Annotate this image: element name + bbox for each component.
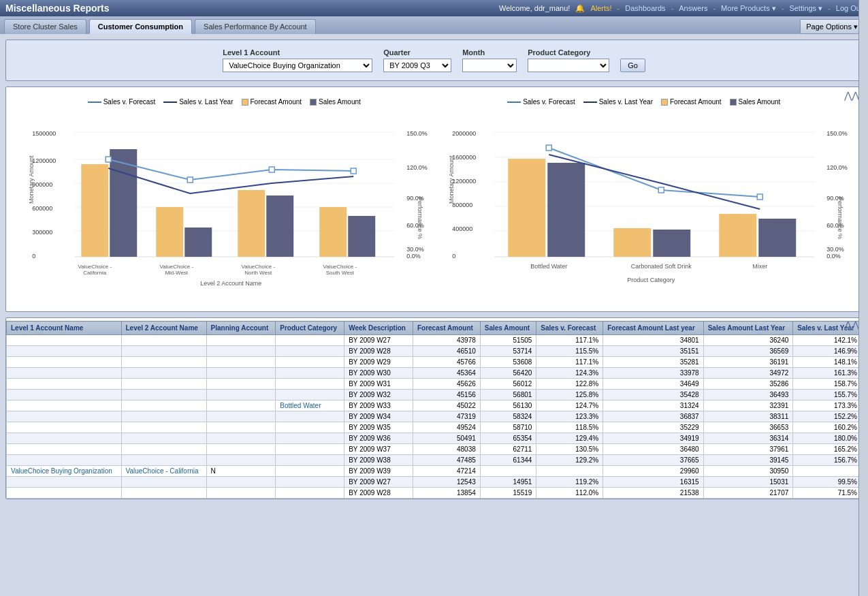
nav-more-products[interactable]: More Products ▾ xyxy=(721,4,776,13)
chart1-legend: Sales v. Forecast Sales v. Last Year For… xyxy=(17,98,432,106)
go-button[interactable]: Go xyxy=(620,59,645,72)
table-row: BY 2009 W281385415519112.0%215382170771.… xyxy=(7,488,862,499)
svg-text:Mid-West: Mid-West xyxy=(165,270,188,276)
month-select[interactable] xyxy=(462,59,517,72)
table-row: BY 2009 W294576653608117.1%3528136191148… xyxy=(7,357,862,368)
chart1: Sales v. Forecast Sales v. Last Year For… xyxy=(17,98,432,300)
table-row: BY 2009 W374803862711130.5%3648037961165… xyxy=(7,444,862,455)
chart2: Sales v. Forecast Sales v. Last Year For… xyxy=(437,98,852,300)
svg-rect-27 xyxy=(348,216,375,257)
svg-rect-29 xyxy=(187,177,193,183)
legend-svly: Sales v. Last Year xyxy=(163,98,233,106)
table-row: BY 2009 W324515656801125.8%3542836493155… xyxy=(7,390,862,401)
svg-text:30.0%: 30.0% xyxy=(826,246,844,253)
svg-rect-61 xyxy=(508,159,545,257)
product-category-label: Product Category xyxy=(528,48,609,57)
svg-rect-25 xyxy=(266,195,293,257)
svg-text:ValueChoice -: ValueChoice - xyxy=(159,264,193,270)
product-category-filter: Product Category xyxy=(528,48,609,72)
svg-text:1600000: 1600000 xyxy=(452,154,476,161)
nav-dashboards[interactable]: Dashboards xyxy=(625,4,665,12)
table-row: BY 2009 W365049165354129.4%3491936314180… xyxy=(7,433,862,444)
table-collapse-icon[interactable]: ⋀⋀ xyxy=(844,319,859,330)
product-category-select[interactable] xyxy=(528,59,609,72)
svg-text:0.0%: 0.0% xyxy=(826,253,841,260)
svg-rect-66 xyxy=(758,219,796,257)
tab-sales-performance[interactable]: Sales Performance By Account xyxy=(195,19,316,34)
table-row: Bottled WaterBY 2009 W334502256130124.7%… xyxy=(7,401,862,411)
tab-store-cluster-sales[interactable]: Store Cluster Sales xyxy=(4,19,86,34)
svg-rect-67 xyxy=(546,145,551,151)
table-row: BY 2009 W354952458710118.5%3522936653160… xyxy=(7,422,862,433)
col-sales: Sales Amount xyxy=(480,321,536,335)
page-options-button[interactable]: Page Options ▾ xyxy=(800,19,864,34)
svg-text:Level 2 Account Name: Level 2 Account Name xyxy=(200,280,261,287)
charts-row: Sales v. Forecast Sales v. Last Year For… xyxy=(12,93,856,306)
svg-rect-62 xyxy=(547,163,585,257)
svg-text:North West: North West xyxy=(244,270,272,276)
tab-customer-consumption[interactable]: Customer Consumption xyxy=(89,19,192,34)
table-row: BY 2009 W304536456420124.3%3397834972161… xyxy=(7,368,862,379)
quarter-select[interactable]: BY 2009 Q3 xyxy=(383,59,451,72)
chart2-svg: 2000000 1600000 1200000 800000 400000 0 … xyxy=(437,108,852,299)
svg-text:ValueChoice -: ValueChoice - xyxy=(241,264,275,270)
header-nav: Welcome, ddr_manu! 🔔 Alerts! - Dashboard… xyxy=(499,4,863,13)
nav-answers[interactable]: Answers xyxy=(679,4,707,12)
svg-text:400000: 400000 xyxy=(452,225,472,232)
svg-text:ValueChoice -: ValueChoice - xyxy=(78,264,112,270)
svg-text:120.0%: 120.0% xyxy=(406,164,428,171)
svg-text:150.0%: 150.0% xyxy=(406,130,428,137)
col-week: Week Description xyxy=(344,321,413,335)
svg-text:Mixer: Mixer xyxy=(752,263,767,270)
svg-text:Monetary Amount: Monetary Amount xyxy=(28,155,35,204)
chart-collapse-icon[interactable]: ⋀⋀ xyxy=(844,90,859,101)
svg-text:California: California xyxy=(83,270,106,276)
filter-row: Level 1 Account ValueChoice Buying Organ… xyxy=(14,48,854,72)
chart2-legend: Sales v. Forecast Sales v. Last Year For… xyxy=(437,98,852,106)
svg-rect-31 xyxy=(351,168,356,174)
month-label: Month xyxy=(462,48,517,57)
page-title: Miscellaneous Reports xyxy=(5,3,110,14)
col-product-cat: Product Category xyxy=(276,321,344,335)
legend2-sales: Sales Amount xyxy=(730,98,781,106)
nav-alerts[interactable]: Alerts! xyxy=(590,4,611,12)
table-row: BY 2009 W384748561344129.2%3766539145156… xyxy=(7,455,862,466)
legend2-svly: Sales v. Last Year xyxy=(583,98,653,106)
svg-rect-23 xyxy=(184,228,212,257)
col-l1-account: Level 1 Account Name xyxy=(7,321,122,335)
svg-text:0.0%: 0.0% xyxy=(406,253,421,260)
svg-text:600000: 600000 xyxy=(32,205,52,212)
nav-settings[interactable]: Settings ▾ xyxy=(789,4,822,13)
scrollbar[interactable] xyxy=(858,0,868,505)
table-section: ⋀⋀ Level 1 Account Name Level 2 Account … xyxy=(5,317,863,499)
svg-text:South West: South West xyxy=(326,270,355,276)
svg-rect-24 xyxy=(238,190,265,257)
svg-rect-64 xyxy=(653,230,690,257)
svg-text:Performance %: Performance % xyxy=(417,197,423,239)
svg-rect-20 xyxy=(81,164,108,257)
alerts-icon: 🔔 xyxy=(575,4,585,13)
level1-select[interactable]: ValueChoice Buying Organization xyxy=(223,59,372,72)
table-row: BY 2009 W271254314951119.2%163151503199.… xyxy=(7,477,862,488)
svg-rect-65 xyxy=(719,214,756,257)
col-saly: Sales Amount Last Year xyxy=(703,321,793,335)
svg-text:Bottled Water: Bottled Water xyxy=(530,263,567,270)
header: Miscellaneous Reports Welcome, ddr_manu!… xyxy=(0,0,868,16)
table-row: BY 2009 W314562656012122.8%3464935286158… xyxy=(7,379,862,390)
col-svf: Sales v. Forecast xyxy=(536,321,603,335)
svg-text:Carbonated Soft Drink: Carbonated Soft Drink xyxy=(630,263,692,270)
svg-text:300000: 300000 xyxy=(32,229,52,236)
svg-text:800000: 800000 xyxy=(452,202,472,208)
table-section-header: ⋀⋀ xyxy=(6,318,862,321)
table-row: ValueChoice Buying OrganizationValueChoi… xyxy=(7,466,862,477)
chart1-svg: 1500000 1200000 900000 600000 300000 0 M… xyxy=(17,108,432,299)
legend-svf: Sales v. Forecast xyxy=(88,98,156,106)
svg-text:1500000: 1500000 xyxy=(32,130,56,137)
quarter-label: Quarter xyxy=(383,48,451,57)
legend2-forecast: Forecast Amount xyxy=(661,98,722,106)
col-faly: Forecast Amount Last year xyxy=(603,321,703,335)
svg-text:ValueChoice -: ValueChoice - xyxy=(323,264,357,270)
chart-section: ⋀⋀ Sales v. Forecast Sales v. Last Year … xyxy=(5,87,863,312)
svg-rect-30 xyxy=(269,167,274,172)
svg-text:2000000: 2000000 xyxy=(452,130,476,137)
